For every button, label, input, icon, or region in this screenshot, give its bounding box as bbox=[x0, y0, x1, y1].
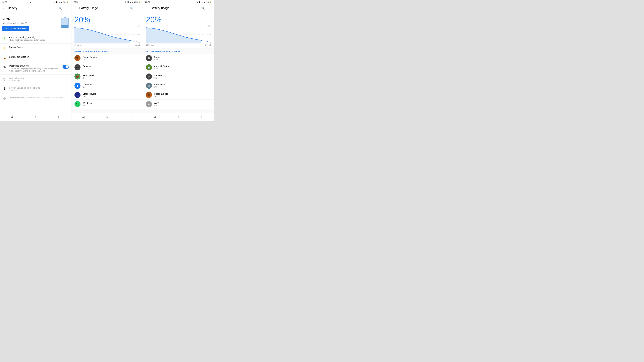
facebook-pct: 3% bbox=[82, 86, 92, 88]
battery-usage-panel-1: 23:20 N 📳 ▲ ▲ 20% 🔋 ← Battery usage 🔍 ⋮ … bbox=[72, 0, 143, 121]
usage-item-camera-1[interactable]: 📷 Camera 5% bbox=[72, 63, 143, 72]
prison-empire-name: Prison Empire bbox=[82, 56, 97, 58]
chart-left-label-2: 13 hrs ago bbox=[146, 44, 154, 46]
battery-saver-title: Battery Saver bbox=[9, 46, 69, 48]
recents-nav-1[interactable]: □ bbox=[56, 114, 62, 120]
battery-settings-panel: 23:20 ▶ N 📳 ▲ ▲ 20% 🔋 ← Battery 🔍 ⋮ 20% … bbox=[0, 0, 72, 121]
more-options-icon-1[interactable]: ⋮ bbox=[65, 6, 69, 10]
retro-bowl-icon: 🏈 bbox=[74, 73, 80, 79]
screen-usage-title: Screen usage since full charge bbox=[9, 86, 69, 89]
settings-item-screen-usage[interactable]: 📱 Screen usage since full charge 4 hrs, … bbox=[0, 84, 71, 94]
page-title-1: Battery bbox=[8, 6, 58, 10]
time-2: 23:20 bbox=[74, 1, 78, 3]
usage-item-android-system[interactable]: 🤖 Android System 11% bbox=[143, 63, 214, 72]
chart-right-label-2: 4 hrs left bbox=[205, 44, 211, 46]
settings-item-battery-optimisation[interactable]: 🔒 Battery optimisation bbox=[0, 53, 71, 62]
usage-item-prison-empire-2[interactable]: 🏛 Prison Empire 3% bbox=[143, 90, 214, 100]
home-nav-3[interactable]: ○ bbox=[176, 114, 182, 120]
battery-unit: % bbox=[6, 17, 10, 21]
optimised-charging-subtitle: Optimise the charging pattern according … bbox=[9, 67, 62, 72]
optimised-charging-toggle[interactable] bbox=[62, 65, 69, 69]
chart-labels-2: 13 hrs ago 4 hrs left bbox=[146, 44, 211, 46]
battery-chart-svg-2 bbox=[146, 25, 211, 43]
usage-item-clash-royale[interactable]: ⚔ Clash Royale 2% bbox=[72, 90, 143, 100]
usage-content-2: 20% 100% 50% 0% 13 hrs ago 4 hrs left bbox=[143, 12, 214, 113]
settings-item-last-full-charge[interactable]: 🕐 Last full charge 13 hours ago bbox=[0, 74, 71, 84]
battery-saver-content: Battery Saver Off bbox=[9, 46, 69, 51]
chart-area-1: 100% 50% 0% 13 hrs ago 4 hrs left bbox=[72, 24, 143, 48]
android-os-text: Android OS 4% bbox=[154, 83, 166, 88]
usage-item-retro-bowl[interactable]: 🏈 Retro Bowl 3% bbox=[72, 72, 143, 81]
back-nav-1[interactable]: ◀ bbox=[9, 114, 15, 120]
usage-item-prison-empire[interactable]: 🏛 Prison Empire 7% bbox=[72, 53, 143, 63]
back-button-1[interactable]: ← bbox=[2, 6, 6, 10]
battery-pct-large-1: 20% bbox=[72, 12, 143, 24]
apps-running-title: Apps are running normally bbox=[9, 36, 69, 38]
battery-chart-svg-1 bbox=[74, 25, 140, 43]
settings-item-battery-saver[interactable]: ⚡ Battery Saver Off bbox=[0, 44, 71, 53]
camera-text-2: Camera 4% bbox=[154, 74, 162, 79]
battery-icon-status-3: 🔋 bbox=[210, 1, 212, 3]
prison-empire-text: Prison Empire 7% bbox=[82, 56, 97, 61]
recents-nav-3[interactable]: □ bbox=[199, 114, 205, 120]
search-icon-1[interactable]: 🔍 bbox=[58, 6, 62, 10]
whatsapp-icon: 📞 bbox=[74, 101, 80, 107]
clash-royale-text: Clash Royale 2% bbox=[82, 92, 96, 97]
chart-right-label-1: 4 hrs left bbox=[133, 44, 140, 46]
usage-item-screen[interactable]: ⚙ Screen 12% bbox=[143, 53, 214, 63]
back-nav-2[interactable]: ◀ bbox=[80, 114, 86, 120]
search-icon-3[interactable]: 🔍 bbox=[201, 6, 205, 10]
page-title-3: Battery usage bbox=[151, 6, 201, 10]
home-nav-2[interactable]: ○ bbox=[104, 114, 110, 120]
chart-container-1: 100% 50% 0% bbox=[74, 25, 140, 43]
battery-status-2: 20% bbox=[134, 1, 138, 3]
signal-icon: ▲ bbox=[60, 1, 62, 3]
wifi-text: Wi-Fi 3% bbox=[154, 102, 159, 107]
search-icon-2[interactable]: 🔍 bbox=[130, 6, 134, 10]
camera-name-1: Camera bbox=[82, 65, 90, 67]
play-icon: ▶ bbox=[30, 1, 31, 3]
back-nav-3[interactable]: ◀ bbox=[152, 114, 158, 120]
clash-royale-name: Clash Royale bbox=[82, 92, 96, 95]
facebook-icon: f bbox=[74, 83, 80, 89]
usage-item-facebook[interactable]: f Facebook 3% bbox=[72, 81, 143, 90]
page-title-2: Battery usage bbox=[79, 6, 130, 10]
prison-empire-pct: 7% bbox=[82, 58, 97, 61]
home-nav-1[interactable]: ○ bbox=[32, 114, 39, 120]
recents-nav-2[interactable]: □ bbox=[128, 114, 134, 120]
prison-empire-icon: 🏛 bbox=[74, 55, 80, 61]
usage-item-wifi[interactable]: ◈ Wi-Fi 3% bbox=[143, 100, 214, 109]
status-icons-3: N 📳 ▲ ▲ 20% 🔋 bbox=[197, 1, 212, 3]
battery-percentage: 20% bbox=[2, 15, 58, 21]
vibrate-icon: 📳 bbox=[56, 1, 58, 3]
nav-bar-1: ◀ ○ □ bbox=[0, 113, 71, 121]
usage-item-android-os[interactable]: 🤖 Android OS 4% bbox=[143, 81, 214, 90]
settings-item-optimised-charging[interactable]: 🔌 Optimised charging Optimise the chargi… bbox=[0, 62, 71, 75]
view-detailed-button[interactable]: VIEW DETAILED USAGE bbox=[2, 26, 29, 31]
back-button-2[interactable]: ← bbox=[74, 6, 77, 10]
app-bar-2: ← Battery usage 🔍 ⋮ bbox=[72, 4, 143, 12]
more-options-icon-2[interactable]: ⋮ bbox=[136, 6, 140, 10]
wifi-icon-3: ▲ bbox=[201, 1, 203, 3]
usage-items-list-2: ⚙ Screen 12% 🤖 Android System 11% 📷 Came… bbox=[143, 53, 214, 109]
app-bar-3: ← Battery usage 🔍 ⋮ bbox=[143, 4, 214, 12]
section-header-2: BATTERY USAGE SINCE FULL CHARGE bbox=[143, 48, 214, 53]
battery-status-3: 20% bbox=[206, 1, 209, 3]
back-button-3[interactable]: ← bbox=[145, 6, 148, 10]
status-bar-3: 23:20 N 📳 ▲ ▲ 20% 🔋 bbox=[143, 0, 214, 4]
app-bar-1: ← Battery 🔍 ⋮ bbox=[0, 4, 71, 12]
usage-item-whatsapp[interactable]: 📞 WhatsApp 2% bbox=[72, 100, 143, 109]
screen-usage-subtitle: 4 hrs, 1 min bbox=[9, 89, 69, 92]
status-icons-1: N 📳 ▲ ▲ 20% 🔋 bbox=[54, 1, 69, 3]
settings-item-apps-running[interactable]: 🔋 Apps are running normally Phone has ty… bbox=[0, 34, 71, 44]
usage-item-camera-2[interactable]: 📷 Camera 4% bbox=[143, 72, 214, 81]
chart-y-labels-2: 100% 50% 0% bbox=[207, 25, 211, 43]
camera-icon-2: 📷 bbox=[146, 73, 152, 79]
vibrate-icon-3: 📳 bbox=[198, 1, 200, 3]
more-options-icon-3[interactable]: ⋮ bbox=[208, 6, 212, 10]
prison-empire-pct-2: 3% bbox=[154, 95, 168, 97]
signal-icon-3: ▲ bbox=[204, 1, 205, 3]
apps-running-content: Apps are running normally Phone has typi… bbox=[9, 36, 69, 41]
prison-empire-name-2: Prison Empire bbox=[154, 92, 168, 95]
android-system-name: Android System bbox=[154, 65, 170, 67]
